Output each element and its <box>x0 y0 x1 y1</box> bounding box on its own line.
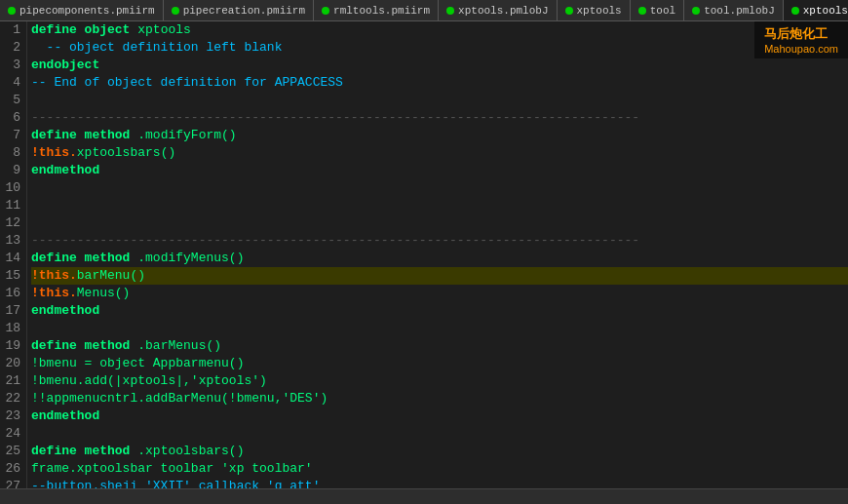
status-bar <box>0 488 848 504</box>
code-content[interactable]: define object xptools -- object definiti… <box>27 21 848 504</box>
line-number: 1 <box>4 21 20 39</box>
code-line: -- End of object definition for APPACCES… <box>31 74 848 92</box>
tab-label: xptools </> <box>803 5 848 17</box>
line-number: 7 <box>4 127 20 144</box>
line-number: 25 <box>4 443 20 460</box>
line-number: 26 <box>4 460 20 478</box>
code-line <box>31 320 848 337</box>
code-line: !this.barMenu() <box>31 267 848 285</box>
code-line: endmethod <box>31 302 848 320</box>
code-line: define method .modifyMenus() <box>31 250 848 267</box>
line-number: 6 <box>4 109 20 127</box>
line-number: 11 <box>4 197 20 214</box>
tab-tool[interactable]: tool <box>631 0 684 20</box>
line-number: 16 <box>4 285 20 302</box>
tab-rmltools[interactable]: rmltools.pmiirm <box>314 0 439 20</box>
tab-bar: pipecomponents.pmiirm pipecreation.pmiir… <box>0 0 848 21</box>
line-number: 15 <box>4 267 20 285</box>
watermark: 马后炮化工 Mahoupao.com <box>754 21 848 58</box>
tab-label: rmltools.pmiirm <box>333 5 430 17</box>
line-number: 2 <box>4 39 20 57</box>
line-number: 13 <box>4 232 20 250</box>
code-line: !bmenu.add(|xptools|,'xptools') <box>31 372 848 390</box>
tab-dot <box>565 7 573 15</box>
tab-pipecreation[interactable]: pipecreation.pmiirm <box>164 0 314 20</box>
editor-area: 1234567891011121314151617181920212223242… <box>0 21 848 504</box>
tab-label: xptools <box>577 5 622 17</box>
code-line: define method .barMenus() <box>31 337 848 355</box>
code-line <box>31 214 848 232</box>
tab-xptools-obj[interactable]: xptools.pmlobJ <box>439 0 557 20</box>
line-number: 17 <box>4 302 20 320</box>
code-line: !this.Menus() <box>31 285 848 302</box>
line-number: 23 <box>4 407 20 425</box>
tab-label: xptools.pmlobJ <box>458 5 548 17</box>
line-number: 24 <box>4 425 20 443</box>
code-line: !!appmenucntrl.addBarMenu(!bmenu,'DES') <box>31 390 848 407</box>
code-line <box>31 92 848 109</box>
line-number: 20 <box>4 355 20 372</box>
code-line <box>31 425 848 443</box>
watermark-line2: Mahoupao.com <box>764 43 838 55</box>
line-number: 10 <box>4 179 20 197</box>
code-line: ----------------------------------------… <box>31 109 848 127</box>
line-number: 22 <box>4 390 20 407</box>
code-line: frame.xptoolsbar toolbar 'xp toolbar' <box>31 460 848 478</box>
line-number: 21 <box>4 372 20 390</box>
code-line: define method .modifyForm() <box>31 127 848 144</box>
code-line: !bmenu = object Appbarmenu() <box>31 355 848 372</box>
line-numbers: 1234567891011121314151617181920212223242… <box>0 21 27 504</box>
tab-dot <box>791 7 799 15</box>
tab-label: tool.pmlobJ <box>704 5 775 17</box>
code-line: endobject <box>31 57 848 74</box>
code-line: -- object definition left blank <box>31 39 848 57</box>
tab-label: pipecreation.pmiirm <box>183 5 305 17</box>
line-number: 19 <box>4 337 20 355</box>
tab-pipecomponents[interactable]: pipecomponents.pmiirm <box>0 0 164 20</box>
code-line: endmethod <box>31 162 848 179</box>
code-line <box>31 197 848 214</box>
code-line: endmethod <box>31 407 848 425</box>
line-number: 3 <box>4 57 20 74</box>
line-number: 5 <box>4 92 20 109</box>
tab-xptools-active[interactable]: xptools </> <box>784 0 848 20</box>
watermark-line1: 马后炮化工 <box>764 25 838 43</box>
tab-xptools[interactable]: xptools <box>558 0 631 20</box>
tab-tool-obj[interactable]: tool.pmlobJ <box>684 0 784 20</box>
tab-dot <box>8 7 16 15</box>
tab-label: tool <box>650 5 675 17</box>
code-line <box>31 179 848 197</box>
tab-dot <box>692 7 700 15</box>
line-number: 9 <box>4 162 20 179</box>
line-number: 8 <box>4 144 20 162</box>
code-line: ----------------------------------------… <box>31 232 848 250</box>
line-number: 18 <box>4 320 20 337</box>
code-line: define method .xptoolsbars() <box>31 443 848 460</box>
tab-dot <box>446 7 454 15</box>
code-line: !this.xptoolsbars() <box>31 144 848 162</box>
tab-label: pipecomponents.pmiirm <box>19 5 155 17</box>
line-number: 4 <box>4 74 20 92</box>
code-line: define object xptools <box>31 21 848 39</box>
tab-dot <box>638 7 646 15</box>
tab-dot <box>172 7 179 15</box>
tab-dot <box>322 7 329 15</box>
line-number: 12 <box>4 214 20 232</box>
line-number: 14 <box>4 250 20 267</box>
